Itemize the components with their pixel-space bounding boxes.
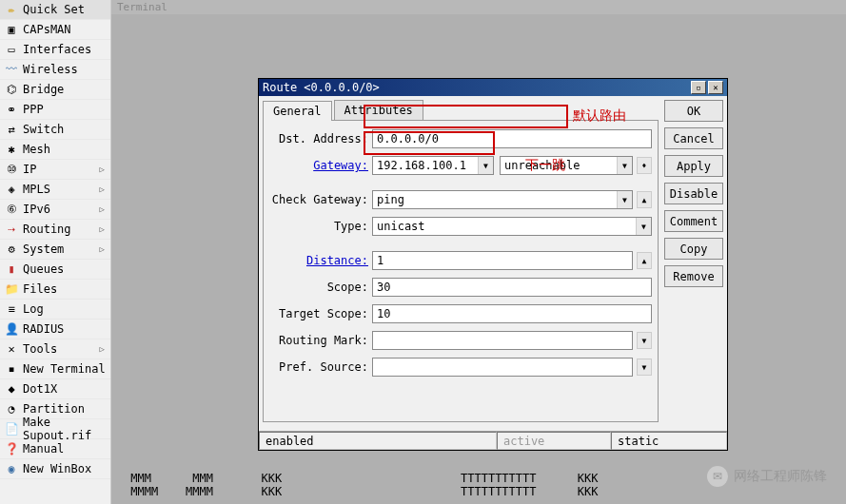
watermark: ✉ 网络工程师陈锋 bbox=[707, 466, 827, 487]
sidebar-label: RADIUS bbox=[23, 322, 107, 336]
sidebar-label: Mesh bbox=[23, 143, 107, 156]
target-scope-label: Target Scope: bbox=[269, 307, 372, 320]
sidebar-item-quick-set[interactable]: ✏Quick Set bbox=[0, 0, 110, 20]
remove-button[interactable]: Remove bbox=[664, 265, 723, 287]
up-button[interactable]: ▲ bbox=[637, 191, 652, 208]
check-gateway-select[interactable]: ping ▼ bbox=[372, 190, 633, 209]
expand-icon: ▷ bbox=[100, 184, 107, 194]
expand-icon: ▷ bbox=[100, 344, 107, 354]
dropdown-icon[interactable]: ▼ bbox=[617, 191, 632, 208]
sidebar-item-log[interactable]: ≡Log bbox=[0, 300, 110, 320]
annotation-next-hop: 下一跳 bbox=[525, 157, 565, 174]
sidebar-icon: ▪ bbox=[4, 361, 19, 377]
sidebar-icon: ✱ bbox=[4, 142, 19, 157]
dialog-title: Route <0.0.0.0/0> bbox=[263, 81, 689, 94]
sidebar-icon: ◆ bbox=[4, 381, 19, 397]
status-static: static bbox=[611, 432, 727, 450]
expand-icon: ▷ bbox=[100, 165, 107, 174]
tab-general[interactable]: General bbox=[263, 101, 332, 121]
dropdown-icon[interactable]: ▼ bbox=[617, 157, 632, 174]
ok-button[interactable]: OK bbox=[664, 100, 723, 122]
sidebar-label: Interfaces bbox=[23, 43, 107, 56]
gateway-value: 192.168.100.1 bbox=[377, 159, 466, 172]
apply-button[interactable]: Apply bbox=[664, 155, 723, 177]
sidebar-icon: ≡ bbox=[4, 301, 19, 317]
sidebar-icon: 📁 bbox=[4, 281, 19, 297]
sidebar-icon: ◉ bbox=[4, 461, 19, 476]
dialog-titlebar[interactable]: Route <0.0.0.0/0> ▫ ✕ bbox=[259, 79, 727, 96]
sidebar-label: IP bbox=[23, 163, 100, 176]
dst-address-label: Dst. Address: bbox=[269, 132, 372, 145]
sidebar-item-ipv6[interactable]: ⑥IPv6▷ bbox=[0, 200, 110, 220]
down-button[interactable]: ▼ bbox=[637, 359, 652, 376]
annotation-box-gateway bbox=[364, 131, 495, 155]
sidebar-item-capsman[interactable]: ▣CAPsMAN bbox=[0, 20, 110, 40]
gateway-status[interactable]: unreachable ▼ bbox=[500, 156, 633, 175]
sidebar-label: Queues bbox=[23, 262, 107, 276]
sidebar-icon: ✕ bbox=[4, 341, 19, 357]
sidebar-label: Manual bbox=[23, 442, 107, 456]
minimize-button[interactable]: ▫ bbox=[691, 81, 706, 94]
sidebar-label: Switch bbox=[23, 123, 107, 136]
target-scope-input[interactable] bbox=[372, 304, 652, 323]
sidebar-item-tools[interactable]: ✕Tools▷ bbox=[0, 339, 110, 359]
pref-source-select[interactable] bbox=[372, 358, 633, 377]
distance-label[interactable]: Distance: bbox=[269, 254, 372, 267]
sidebar-icon: ✏ bbox=[4, 2, 19, 17]
check-gateway-value: ping bbox=[377, 193, 404, 206]
copy-button[interactable]: Copy bbox=[664, 238, 723, 260]
type-select[interactable]: unicast ▼ bbox=[372, 217, 652, 236]
dropdown-icon[interactable]: ▼ bbox=[636, 218, 651, 235]
sidebar-item-new-winbox[interactable]: ◉New WinBox bbox=[0, 459, 110, 479]
sidebar-item-interfaces[interactable]: ▭Interfaces bbox=[0, 40, 110, 60]
type-value: unicast bbox=[377, 220, 425, 233]
sidebar-item-new-terminal[interactable]: ▪New Terminal bbox=[0, 359, 110, 379]
gateway-label[interactable]: Gateway: bbox=[269, 159, 372, 172]
distance-input[interactable] bbox=[372, 251, 633, 270]
up-button[interactable]: ▲ bbox=[637, 252, 652, 269]
down-button[interactable]: ▼ bbox=[637, 332, 652, 349]
sidebar-item-mpls[interactable]: ◈MPLS▷ bbox=[0, 180, 110, 200]
sidebar-item-mesh[interactable]: ✱Mesh bbox=[0, 140, 110, 160]
status-bar: enabled active static bbox=[259, 431, 727, 450]
route-dialog: Route <0.0.0.0/0> ▫ ✕ General Attributes… bbox=[258, 78, 728, 451]
check-gateway-label: Check Gateway: bbox=[269, 193, 372, 206]
sidebar-icon: ▣ bbox=[4, 22, 19, 37]
sidebar-icon: ⑩ bbox=[4, 162, 19, 177]
disable-button[interactable]: Disable bbox=[664, 183, 723, 204]
sidebar-label: Quick Set bbox=[23, 3, 107, 16]
sidebar-item-routing[interactable]: ⇢Routing▷ bbox=[0, 220, 110, 240]
sidebar-item-bridge[interactable]: ⌬Bridge bbox=[0, 80, 110, 100]
sidebar-icon: ⇄ bbox=[4, 122, 19, 137]
terminal-header: Terminal bbox=[111, 0, 846, 14]
sidebar-item-manual[interactable]: ❓Manual bbox=[0, 439, 110, 459]
sidebar-icon: ⌬ bbox=[4, 82, 19, 97]
sidebar-item-ip[interactable]: ⑩IP▷ bbox=[0, 160, 110, 180]
comment-button[interactable]: Comment bbox=[664, 210, 723, 232]
sidebar-item-dot1x[interactable]: ◆Dot1X bbox=[0, 379, 110, 399]
scope-label: Scope: bbox=[269, 281, 372, 294]
annotation-box-dst bbox=[364, 105, 568, 128]
routing-mark-select[interactable] bbox=[372, 331, 633, 350]
sidebar-item-wireless[interactable]: 〰Wireless bbox=[0, 60, 110, 80]
sidebar-label: Make Supout.rif bbox=[23, 416, 107, 442]
scope-input[interactable] bbox=[372, 278, 652, 297]
sidebar-label: CAPsMAN bbox=[23, 23, 107, 36]
sidebar-item-system[interactable]: ⚙System▷ bbox=[0, 240, 110, 260]
sidebar-label: Partition bbox=[23, 402, 107, 416]
sidebar-icon: ▮ bbox=[4, 262, 19, 277]
gateway-input[interactable]: 192.168.100.1 ▼ bbox=[372, 156, 494, 175]
sidebar-label: Routing bbox=[23, 223, 100, 236]
sidebar-item-radius[interactable]: 👤RADIUS bbox=[0, 320, 110, 339]
add-button[interactable]: ♦ bbox=[637, 157, 652, 174]
expand-icon: ▷ bbox=[100, 244, 107, 254]
sidebar-item-make-supout.rif[interactable]: 📄Make Supout.rif bbox=[0, 419, 110, 439]
sidebar-item-ppp[interactable]: ⚭PPP bbox=[0, 100, 110, 120]
sidebar-item-switch[interactable]: ⇄Switch bbox=[0, 120, 110, 140]
sidebar-item-files[interactable]: 📁Files bbox=[0, 280, 110, 300]
close-button[interactable]: ✕ bbox=[708, 81, 723, 94]
cancel-button[interactable]: Cancel bbox=[664, 127, 723, 149]
sidebar-icon: ⚙ bbox=[4, 242, 19, 257]
sidebar-item-queues[interactable]: ▮Queues bbox=[0, 260, 110, 280]
dropdown-icon[interactable]: ▼ bbox=[478, 157, 493, 174]
